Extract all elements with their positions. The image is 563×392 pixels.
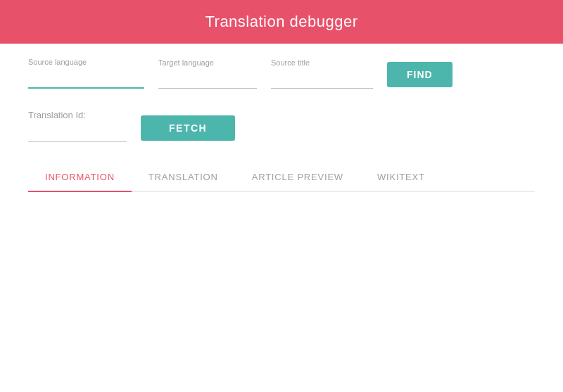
target-language-input[interactable] (158, 71, 257, 89)
translation-id-label: Translation Id: (28, 110, 127, 120)
tabs-row: INFORMATION TRANSLATION ARTICLE PREVIEW … (28, 163, 535, 192)
find-button[interactable]: FIND (387, 62, 453, 87)
tab-content (28, 192, 535, 319)
fetch-button[interactable]: FETCH (141, 115, 235, 141)
app-header: Translation debugger (0, 0, 563, 44)
main-content: Source language Target language Source t… (0, 44, 563, 392)
target-language-group: Target language (158, 58, 257, 89)
tab-wikitext[interactable]: WIKITEXT (360, 163, 442, 192)
source-language-input[interactable] (28, 70, 144, 89)
translation-id-input[interactable] (28, 125, 127, 142)
source-title-label: Source title (271, 58, 373, 67)
app-container: Translation debugger Source language Tar… (0, 0, 563, 392)
search-row: Source language Target language Source t… (28, 58, 535, 89)
tab-translation[interactable]: TRANSLATION (132, 163, 235, 192)
tab-information[interactable]: INFORMATION (28, 163, 132, 192)
target-language-label: Target language (158, 58, 257, 67)
source-language-label: Source language (28, 58, 144, 66)
source-title-group: Source title (271, 58, 373, 89)
tab-article-preview[interactable]: ARTICLE PREVIEW (235, 163, 360, 192)
app-title: Translation debugger (205, 13, 358, 30)
source-language-group: Source language (28, 58, 144, 89)
translation-id-group: Translation Id: (28, 110, 127, 142)
source-title-input[interactable] (271, 71, 373, 89)
fetch-row: Translation Id: FETCH (28, 110, 535, 142)
